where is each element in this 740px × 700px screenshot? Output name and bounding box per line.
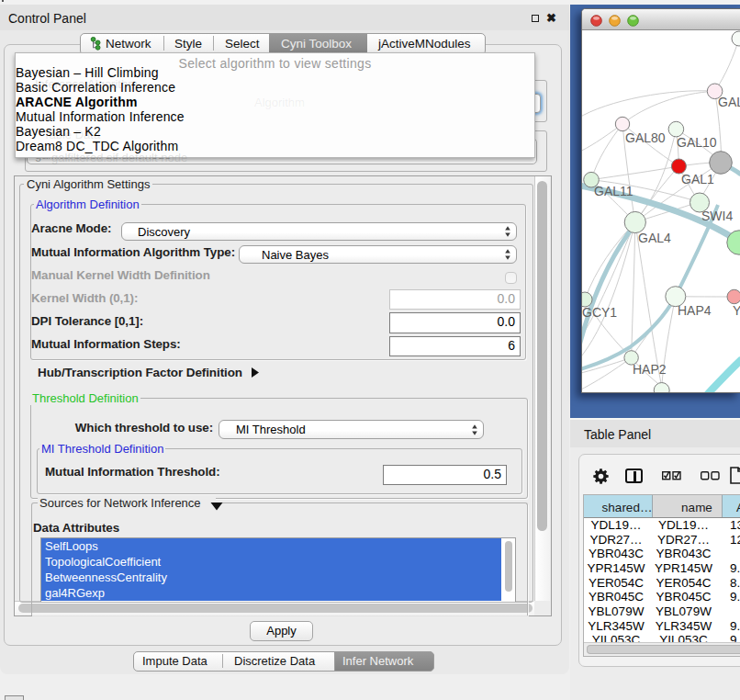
svg-text:GAL1: GAL1 [681,172,714,186]
svg-text:SWI4: SWI4 [701,209,733,223]
svg-text:GAL: GAL [718,95,740,109]
svg-text:GAL80: GAL80 [625,130,666,145]
svg-text:GAL10: GAL10 [677,135,717,150]
svg-text:GAL11: GAL11 [594,184,633,198]
svg-text:HAP4: HAP4 [678,303,712,318]
svg-text:GCY1: GCY1 [582,305,617,320]
svg-text:Y: Y [733,303,740,318]
svg-text:GAL4: GAL4 [638,231,671,245]
svg-text:HAP2: HAP2 [633,362,667,377]
